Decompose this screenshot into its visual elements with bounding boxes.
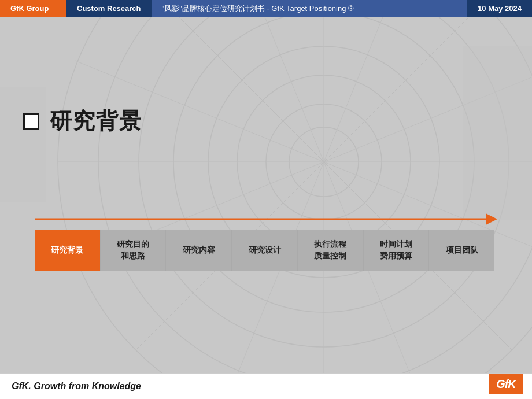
- gfk-logo: GfK: [489, 374, 523, 394]
- arrow-head: [486, 213, 497, 225]
- page-title-text: "风影"品牌核心定位研究计划书 - GfK Target Positioning…: [162, 3, 354, 14]
- tab-2[interactable]: 研究内容: [166, 230, 232, 271]
- gfk-logo-text: GfK: [496, 378, 516, 391]
- section-title-text: 研究背景: [50, 106, 142, 136]
- gfk-group-label: GfK Group: [10, 4, 49, 13]
- main-content: 研究背景 研究背景 研究目的和思路 研究内容 研究设计 执行流程质量控制 时间计…: [0, 17, 532, 399]
- nav-tabs: 研究背景 研究目的和思路 研究内容 研究设计 执行流程质量控制 时间计划费用预算…: [35, 230, 494, 271]
- nav-page-title: "风影"品牌核心定位研究计划书 - GfK Target Positioning…: [152, 0, 468, 17]
- tab-5[interactable]: 时间计划费用预算: [364, 230, 430, 271]
- tab-1[interactable]: 研究目的和思路: [101, 230, 167, 271]
- section-checkbox: [23, 113, 39, 130]
- bottom-bar: GfK. Growth from Knowledge GfK: [0, 373, 532, 399]
- tab-0[interactable]: 研究背景: [35, 230, 101, 271]
- tab-3[interactable]: 研究设计: [232, 230, 298, 271]
- date-label: 10 May 2024: [478, 4, 522, 13]
- section-title-container: 研究背景: [23, 106, 142, 136]
- custom-research-label: Custom Research: [77, 4, 141, 13]
- arrow-container: [35, 213, 497, 225]
- footer-tagline: GfK. Growth from Knowledge: [12, 381, 141, 391]
- top-navigation: GfK Group Custom Research "风影"品牌核心定位研究计划…: [0, 0, 532, 17]
- tab-6[interactable]: 项目团队: [429, 230, 494, 271]
- nav-custom-research[interactable]: Custom Research: [66, 0, 152, 17]
- arrow-line: [35, 219, 486, 220]
- nav-gfk-group[interactable]: GfK Group: [0, 0, 66, 17]
- nav-date: 10 May 2024: [467, 0, 532, 17]
- tab-4[interactable]: 执行流程质量控制: [298, 230, 364, 271]
